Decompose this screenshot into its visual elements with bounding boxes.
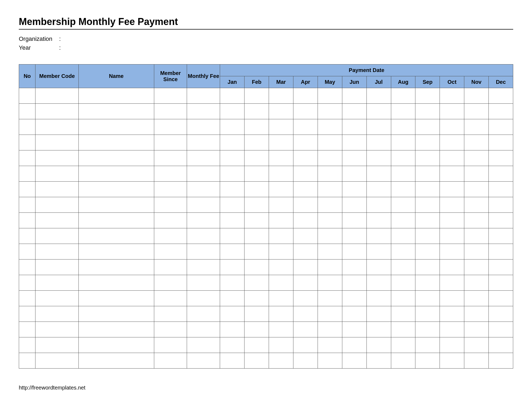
cell-payment [366,197,391,213]
cell-monthly-fee [187,275,220,291]
cell-member-since [154,322,187,337]
cell-payment [220,244,245,259]
cell-payment [342,88,366,104]
organization-colon: : [59,34,64,43]
cell-no [19,88,35,104]
cell-name [78,104,154,119]
header-month-oct: Oct [440,76,464,88]
cell-payment [489,166,513,182]
cell-payment [318,88,342,104]
cell-no [19,337,35,353]
header-month-aug: Aug [391,76,415,88]
table-row [19,244,513,259]
cell-payment [366,259,391,275]
cell-payment [415,88,440,104]
cell-payment [293,306,318,322]
cell-payment [293,88,318,104]
cell-no [19,150,35,166]
cell-payment [489,88,513,104]
cell-payment [366,322,391,337]
cell-payment [342,104,366,119]
cell-payment [318,259,342,275]
cell-member-code [35,166,78,182]
footer: http://freewordtemplates.net [19,385,513,391]
cell-payment [440,119,464,135]
cell-payment [293,244,318,259]
cell-payment [220,166,245,182]
cell-payment [293,197,318,213]
cell-payment [391,182,415,197]
cell-payment [415,119,440,135]
cell-monthly-fee [187,119,220,135]
cell-no [19,119,35,135]
cell-no [19,104,35,119]
header-month-mar: Mar [269,76,293,88]
cell-payment [489,322,513,337]
cell-name [78,135,154,150]
cell-member-since [154,135,187,150]
cell-payment [464,182,489,197]
cell-member-since [154,150,187,166]
year-colon: : [59,43,64,52]
cell-payment [245,213,269,228]
cell-no [19,291,35,306]
cell-payment [342,275,366,291]
cell-payment [245,275,269,291]
cell-payment [415,213,440,228]
cell-payment [489,291,513,306]
cell-no [19,322,35,337]
cell-member-since [154,119,187,135]
cell-payment [293,119,318,135]
cell-payment [391,322,415,337]
cell-payment [220,259,245,275]
cell-payment [318,213,342,228]
cell-payment [366,306,391,322]
cell-member-since [154,182,187,197]
cell-payment [220,182,245,197]
table-row [19,306,513,322]
meta-block: Organization : Year : [19,34,513,52]
cell-payment [464,88,489,104]
cell-payment [245,166,269,182]
cell-payment [366,337,391,353]
cell-member-since [154,104,187,119]
cell-payment [269,306,293,322]
cell-payment [318,353,342,369]
cell-member-code [35,259,78,275]
cell-name [78,197,154,213]
cell-name [78,182,154,197]
cell-monthly-fee [187,259,220,275]
cell-no [19,182,35,197]
cell-payment [318,291,342,306]
cell-payment [415,322,440,337]
cell-payment [440,135,464,150]
header-member-since: Member Since [154,64,187,88]
cell-payment [269,322,293,337]
cell-payment [440,306,464,322]
cell-payment [464,291,489,306]
cell-payment [293,275,318,291]
cell-payment [318,275,342,291]
cell-payment [391,213,415,228]
cell-member-since [154,228,187,244]
cell-payment [318,322,342,337]
cell-no [19,135,35,150]
header-month-jun: Jun [342,76,366,88]
cell-payment [391,244,415,259]
cell-payment [293,353,318,369]
cell-payment [464,135,489,150]
cell-payment [489,182,513,197]
cell-payment [366,150,391,166]
cell-payment [269,166,293,182]
table-row [19,353,513,369]
cell-payment [489,353,513,369]
cell-member-code [35,150,78,166]
cell-payment [415,275,440,291]
header-name: Name [78,64,154,88]
cell-member-code [35,291,78,306]
cell-member-code [35,135,78,150]
cell-payment [415,337,440,353]
cell-no [19,306,35,322]
cell-payment [391,197,415,213]
cell-payment [366,119,391,135]
